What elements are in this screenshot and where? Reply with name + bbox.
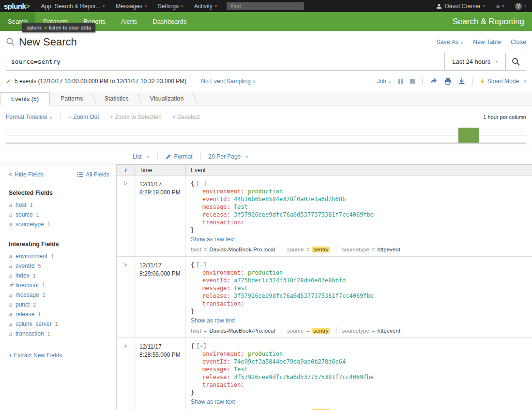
json-value-environment[interactable]: production	[248, 269, 283, 276]
json-collapse-toggle[interactable]: [-]	[196, 180, 207, 187]
json-value-message[interactable]: Test	[234, 366, 248, 373]
source-value[interactable]: sentry	[312, 328, 330, 334]
search-submit-button[interactable]	[506, 53, 526, 71]
json-key-transaction[interactable]: transaction:	[202, 219, 244, 226]
json-key-eventid[interactable]: eventId:	[202, 196, 230, 203]
sourcetype-value[interactable]: httpevent	[378, 328, 400, 334]
sourcetype-label: sourcetype	[342, 328, 369, 334]
nav-tab-alerts[interactable]: Alerts	[113, 12, 145, 31]
field-item-host[interactable]: ahost1	[9, 200, 109, 210]
print-icon[interactable]	[444, 78, 451, 85]
json-value-environment[interactable]: production	[248, 351, 283, 357]
search-query-input[interactable]	[6, 53, 444, 71]
expand-event-chevron[interactable]: >	[123, 343, 127, 350]
export-download-icon[interactable]	[458, 78, 465, 85]
field-item-source[interactable]: asource1	[9, 210, 109, 220]
sourcetype-value[interactable]: httpevent	[378, 247, 400, 252]
tab-statistics[interactable]: Statistics	[94, 92, 139, 105]
json-key-eventid[interactable]: eventId:	[202, 358, 230, 365]
format-results-menu[interactable]: Format	[158, 153, 200, 160]
close-button[interactable]: Close	[511, 39, 526, 45]
settings-menu[interactable]: Settings∨	[152, 0, 189, 12]
messages-menu[interactable]: Messages∨	[110, 0, 152, 12]
json-key-environment[interactable]: environment:	[202, 351, 244, 357]
timeline-bar[interactable]	[458, 128, 479, 143]
save-as-button[interactable]: Save As∨	[436, 39, 463, 45]
json-key-transaction[interactable]: transaction:	[202, 381, 244, 388]
json-value-eventid[interactable]: 74e09cf3a5844ee79da9ae0b278d6c64	[234, 358, 346, 365]
help-menu[interactable]: ?∨	[510, 0, 532, 12]
deselect-button[interactable]: × Deselect	[172, 114, 200, 120]
search-mode-menu[interactable]: Smart Mode ∨	[480, 78, 526, 85]
pause-job-icon[interactable]	[398, 79, 403, 84]
json-value-eventid[interactable]: a725bdec1c324f318f28da6e07e8bbfd	[234, 277, 346, 284]
field-item-splunk-server[interactable]: asplunk_server1	[9, 319, 109, 329]
format-timeline-menu[interactable]: Format Timeline∨	[6, 114, 52, 120]
source-value[interactable]: sentry	[312, 247, 330, 252]
field-item-message[interactable]: amessage1	[9, 290, 109, 300]
json-value-message[interactable]: Test	[234, 285, 248, 292]
tab-patterns[interactable]: Patterns	[50, 92, 94, 105]
new-table-button[interactable]: New Table	[473, 39, 501, 45]
user-menu[interactable]: David Cramer ∨	[431, 0, 491, 12]
extract-new-fields-link[interactable]: + Extract New Fields	[9, 352, 62, 359]
find-input[interactable]	[227, 2, 304, 10]
nav-tab-dashboards[interactable]: Dashboards	[145, 12, 194, 31]
json-key-environment[interactable]: environment:	[202, 188, 244, 195]
expand-event-chevron[interactable]: >	[123, 262, 127, 268]
field-item-sourcetype[interactable]: asourcetype1	[9, 220, 109, 229]
show-raw-text-link[interactable]: Show as raw text	[191, 398, 235, 405]
json-key-release[interactable]: release:	[202, 293, 230, 299]
json-value-release[interactable]: 3f57926cee9dfc76a6d5377375381f7cc4069fbe	[234, 374, 374, 381]
json-value-message[interactable]: Test	[234, 204, 248, 210]
event-sampling-menu[interactable]: No Event Sampling∨	[201, 78, 256, 85]
host-value[interactable]: Davids-MacBook-Pro.local	[209, 247, 275, 252]
field-count: 1	[30, 200, 33, 210]
share-job-icon[interactable]	[430, 78, 437, 85]
per-page-menu[interactable]: 20 Per Page∨	[201, 153, 257, 160]
event-time: 12/11/17 8:28:55.000 PM	[135, 338, 186, 410]
json-key-message[interactable]: message:	[202, 204, 230, 210]
expand-event-chevron[interactable]: >	[123, 180, 127, 187]
field-item-punct[interactable]: apunct2	[9, 300, 109, 309]
json-collapse-toggle[interactable]: [-]	[196, 262, 207, 268]
json-value-release[interactable]: 3f57926cee9dfc76a6d5377375381f7cc4069fbe	[234, 211, 374, 218]
zoom-to-selection-button[interactable]: + Zoom to Selection	[110, 114, 162, 120]
json-key-eventid[interactable]: eventId:	[202, 277, 230, 284]
shortcuts-menu[interactable]: »∨	[491, 0, 510, 12]
host-value[interactable]: Davids-MacBook-Pro.local	[209, 328, 275, 334]
field-item-index[interactable]: aindex1	[9, 271, 109, 280]
json-value-release[interactable]: 3f57926cee9dfc76a6d5377375381f7cc4069fbe	[234, 293, 374, 299]
json-open-brace: {	[191, 343, 194, 350]
json-value-eventid[interactable]: 44b16b6be8584e328f0a07e1a6d2b68b	[234, 196, 346, 203]
json-key-message[interactable]: message:	[202, 366, 230, 373]
field-item-linecount[interactable]: #linecount1	[9, 280, 109, 290]
json-key-environment[interactable]: environment:	[202, 269, 244, 276]
show-raw-text-link[interactable]: Show as raw text	[191, 236, 235, 243]
splunk-logo[interactable]: splunk>	[0, 2, 36, 10]
hide-fields-button[interactable]: <Hide Fields	[9, 171, 44, 178]
zoom-out-button[interactable]: − Zoom Out	[68, 114, 99, 120]
app-menu[interactable]: App: Search & Repor...∨	[36, 0, 111, 12]
all-fields-button[interactable]: All Fields	[77, 171, 109, 178]
field-item-environment[interactable]: aenvironment1	[9, 251, 109, 261]
show-raw-text-link[interactable]: Show as raw text	[191, 317, 235, 324]
job-menu[interactable]: Job∨	[377, 78, 391, 85]
field-item-transaction[interactable]: atransaction1	[9, 329, 109, 338]
events-summary: 5 events (12/10/17 10:00:00.000 PM to 12…	[15, 78, 186, 85]
tab-visualization[interactable]: Visualization	[139, 92, 195, 105]
timeline-histogram[interactable]	[6, 126, 526, 144]
json-collapse-toggle[interactable]: [-]	[196, 343, 207, 350]
field-item-release[interactable]: arelease1	[9, 309, 109, 319]
tab-events[interactable]: Events (5)	[0, 92, 50, 105]
time-range-picker[interactable]: Last 24 hours ∨	[444, 53, 506, 71]
list-view-menu[interactable]: List∨	[125, 153, 157, 160]
field-item-eventid[interactable]: aeventId5	[9, 261, 109, 271]
json-value-environment[interactable]: production	[248, 188, 283, 195]
json-key-message[interactable]: message:	[202, 285, 230, 292]
activity-menu[interactable]: Activity∨	[189, 0, 223, 12]
stop-job-icon[interactable]	[410, 79, 415, 84]
json-key-transaction[interactable]: transaction:	[202, 300, 244, 307]
json-key-release[interactable]: release:	[202, 374, 230, 381]
json-key-release[interactable]: release:	[202, 211, 230, 218]
